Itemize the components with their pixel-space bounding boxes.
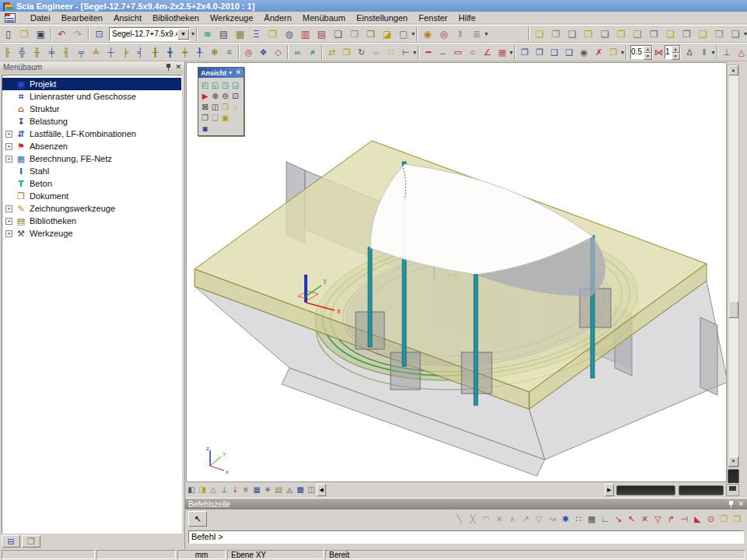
tree-item-zeichnungswerkzeuge[interactable]: + ✎ Zeichnungswerkzeuge: [2, 202, 181, 215]
select-by-mouse-icon[interactable]: ◎: [241, 44, 256, 60]
midpoint-snap-icon[interactable]: ▽: [651, 512, 665, 527]
snap-cross-icon[interactable]: ╳: [466, 512, 479, 527]
expand-icon[interactable]: +: [5, 230, 12, 237]
load-panel-icon[interactable]: ╋: [163, 44, 177, 60]
catalog-block-icon[interactable]: ⌗: [222, 44, 237, 60]
supports-display-icon[interactable]: ⊥: [219, 484, 230, 496]
expand-icon[interactable]: +: [5, 218, 12, 225]
node-snap-icon[interactable]: ↖: [625, 512, 638, 527]
paperspace-gallery-icon[interactable]: ▤: [314, 26, 330, 42]
connect-members-icon[interactable]: ∞: [290, 44, 305, 60]
snap-direction-icon[interactable]: ↗: [519, 512, 532, 527]
layers-display-icon[interactable]: ▤: [273, 484, 284, 496]
light-icon[interactable]: ☼: [230, 101, 240, 112]
arbitrary-beam-icon[interactable]: ╂: [148, 44, 163, 60]
rib-icon[interactable]: ╡: [133, 44, 148, 60]
model-canvas[interactable]: x Y z Y x Ansicht ▼: [186, 62, 727, 482]
menu-menuebaum[interactable]: Menübaum: [297, 13, 351, 23]
export-picture-icon[interactable]: ❑: [210, 112, 220, 123]
mesh-display-icon[interactable]: ◬: [284, 484, 295, 496]
subregion-icon[interactable]: ╧: [89, 44, 103, 60]
zoom-selection-icon[interactable]: ◫: [210, 101, 220, 112]
ucs-icon[interactable]: ▶: [200, 90, 210, 101]
circle-icon[interactable]: ○: [465, 44, 480, 60]
internal-node-icon[interactable]: ╞: [118, 44, 133, 60]
spin-down-icon[interactable]: ▼: [672, 53, 680, 60]
results-display-icon[interactable]: ▩: [295, 484, 306, 496]
spin-down-icon[interactable]: ▼: [644, 53, 652, 60]
opening-icon[interactable]: ╤: [74, 44, 89, 60]
wall-icon[interactable]: ╢: [59, 44, 74, 60]
draw-dropdown[interactable]: ▾: [510, 44, 513, 60]
snap-tangent-icon[interactable]: ↝: [545, 512, 559, 527]
window-layout-icon[interactable]: ❑: [695, 26, 711, 42]
move-icon[interactable]: ⇄: [324, 44, 339, 60]
arc-center-snap-icon[interactable]: ⊙: [704, 512, 717, 527]
cross-beam-icon[interactable]: ╀: [192, 44, 207, 60]
expand-icon[interactable]: +: [5, 156, 12, 163]
menu-aendern[interactable]: Ändern: [258, 13, 296, 23]
document-window-icon[interactable]: [5, 12, 19, 23]
member-labels-icon[interactable]: ▦: [251, 484, 262, 496]
select-by-workplane-icon[interactable]: ◇: [271, 44, 286, 60]
support-icon[interactable]: ⊥: [720, 44, 735, 60]
zoom-out-icon[interactable]: ⊖: [220, 90, 230, 101]
paste-data-icon[interactable]: ❐: [532, 44, 547, 60]
wireframe-view-icon[interactable]: ◧: [186, 484, 197, 496]
multicopy-icon[interactable]: ∷: [384, 44, 398, 60]
column-tool-icon[interactable]: ‖: [452, 26, 468, 42]
rectangle-icon[interactable]: ▭: [451, 44, 465, 60]
snap-midline-icon[interactable]: ∧: [506, 512, 519, 527]
dimension-icon[interactable]: ↔: [436, 44, 451, 60]
length-snap-icon[interactable]: ⊣: [678, 512, 691, 527]
endpoint-snap-icon[interactable]: ↘: [612, 512, 625, 527]
menu-bearbeiten[interactable]: Bearbeiten: [56, 13, 108, 23]
scroll-up-icon[interactable]: ▲: [728, 65, 738, 75]
cursor-snap-icon[interactable]: ✱: [559, 512, 572, 527]
window-layout-icon[interactable]: ❏: [662, 26, 679, 42]
erase-icon[interactable]: ✗: [591, 44, 606, 60]
scale-dropdown[interactable]: ▾: [712, 44, 715, 60]
redo-icon[interactable]: ↷: [70, 26, 86, 42]
project-dropdown[interactable]: ▾: [191, 26, 195, 42]
close-icon[interactable]: ✕: [235, 69, 241, 76]
scroll-down-icon[interactable]: ▼: [728, 457, 738, 467]
angle-icon[interactable]: ∠: [480, 44, 495, 60]
project-selector[interactable]: Segel-12.7+7.5x9.4m ▼: [109, 27, 190, 41]
display-scale-spinner[interactable]: 1 ▲▼: [665, 45, 681, 59]
pin-icon[interactable]: [728, 501, 735, 508]
modify-dropdown[interactable]: ▾: [413, 44, 416, 60]
zoom-all-icon[interactable]: ⊠: [200, 101, 210, 112]
project-settings-icon[interactable]: ≋: [199, 26, 216, 42]
xml-export-icon[interactable]: Ξ: [248, 26, 265, 42]
view-xz-icon[interactable]: ◱: [210, 79, 220, 90]
chevron-down-icon[interactable]: ▼: [177, 29, 189, 40]
snap-perpendicular-icon[interactable]: ▽: [532, 512, 545, 527]
menu-hilfe[interactable]: Hilfe: [453, 13, 481, 23]
tree-item-berechnung[interactable]: + ▦ Berechnung, FE-Netz: [2, 152, 181, 165]
tree-item-linienraster[interactable]: + ⌗ Linienraster und Geschosse: [2, 90, 181, 103]
view-flags-icon[interactable]: ◫: [306, 484, 317, 496]
view-xy-icon[interactable]: ◲: [230, 79, 240, 90]
beam-icon[interactable]: ╬: [15, 44, 30, 60]
expand-icon[interactable]: +: [5, 143, 12, 150]
expand-icon[interactable]: +: [5, 131, 12, 138]
window-layout-icon[interactable]: ❏: [531, 26, 548, 42]
pin-icon[interactable]: [165, 64, 172, 71]
truss-icon[interactable]: ✻: [207, 44, 222, 60]
window-layout-icon[interactable]: ❑: [630, 26, 646, 42]
edge-snap-icon[interactable]: ◣: [691, 512, 704, 527]
window-layout-icon[interactable]: ❐: [679, 26, 695, 42]
chevron-down-icon[interactable]: ▼: [228, 70, 233, 75]
mirror-icon[interactable]: ⇔: [369, 44, 384, 60]
tree-item-beton[interactable]: + T Beton: [2, 177, 181, 190]
close-icon[interactable]: ✕: [738, 501, 744, 508]
window-layout-icon[interactable]: ❒: [580, 26, 597, 42]
print-preview-icon[interactable]: ❒: [346, 26, 363, 42]
dot-grid-icon[interactable]: ∷: [572, 512, 585, 527]
menubaum-tab[interactable]: ⊟: [2, 535, 20, 548]
cursor-mode-button[interactable]: ↖: [188, 511, 207, 527]
ortho-icon[interactable]: ∟: [598, 512, 612, 527]
colors-palette-icon[interactable]: ◉: [419, 26, 436, 42]
save-project-icon[interactable]: ▣: [33, 26, 49, 42]
